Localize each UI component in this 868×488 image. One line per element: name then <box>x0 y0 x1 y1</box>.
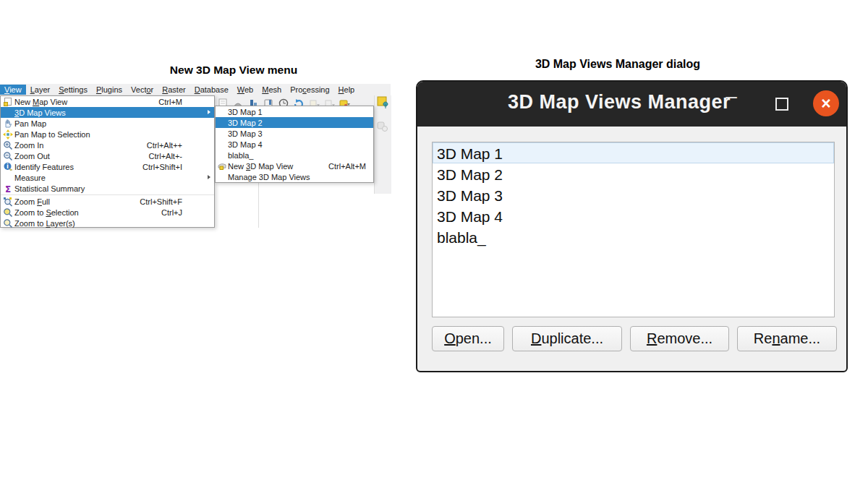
rename-button[interactable]: Rename... <box>737 326 837 351</box>
menubar-item-mesh[interactable]: Mesh <box>258 85 286 95</box>
menu-item-shortcut: Ctrl+M <box>158 98 208 106</box>
remove-button[interactable]: Remove... <box>630 326 729 351</box>
new-3d-map-view-icon <box>216 161 228 171</box>
menubar-item-settings[interactable]: Settings <box>54 85 92 95</box>
zoom-in-icon <box>1 140 14 150</box>
svg-text:i: i <box>7 163 9 170</box>
list-item[interactable]: 3D Map 1 <box>433 142 834 163</box>
minimize-button[interactable]: – <box>720 85 742 108</box>
submenu-item-3d-map-1[interactable]: 3D Map 1 <box>216 106 373 117</box>
submenu-item-3d-map-2[interactable]: 3D Map 2 <box>216 117 373 128</box>
menubar-item-database[interactable]: Database <box>190 85 233 95</box>
menubar-item-plugins[interactable]: Plugins <box>92 85 127 95</box>
identify-features-icon: i <box>1 162 14 172</box>
zoom-to-layers-icon <box>1 218 14 228</box>
menu-item-zoom-in[interactable]: Zoom In Ctrl+Alt++ <box>1 140 214 150</box>
panel-divider <box>258 183 259 228</box>
menubar-item-layer[interactable]: Layer <box>26 85 55 95</box>
open-button[interactable]: Open... <box>432 326 504 351</box>
menu-item-statistical-summary[interactable]: Σ Statistical Summary <box>1 183 214 194</box>
list-item[interactable]: 3D Map 2 <box>433 163 834 184</box>
submenu-arrow-icon <box>208 175 210 179</box>
list-item[interactable]: blabla_ <box>433 226 834 247</box>
new-layer-icon[interactable] <box>376 95 388 107</box>
submenu-item-new-3d-map-view[interactable]: New 3D Map View Ctrl+Alt+M <box>216 160 373 171</box>
3d-map-views-submenu: 3D Map 1 3D Map 2 3D Map 3 3D Map 4 blab… <box>215 106 374 183</box>
menubar-item-web[interactable]: Web <box>233 85 258 95</box>
right-toolbar-strip <box>374 95 391 194</box>
dialog-button-row: Open... Duplicate... Remove... Rename... <box>432 326 837 351</box>
dialog-title: 3D Map Views Manager <box>417 91 821 114</box>
menubar-item-vector[interactable]: Vector <box>127 85 158 95</box>
left-caption: New 3D Map View menu <box>89 64 378 77</box>
menu-item-label: New Map View <box>14 98 67 106</box>
menubar-item-raster[interactable]: Raster <box>158 85 190 95</box>
menubar: View Layer Settings Plugins Vector Raste… <box>0 84 391 95</box>
list-item[interactable]: 3D Map 3 <box>433 184 834 205</box>
duplicate-layer-icon[interactable] <box>376 120 388 132</box>
close-icon: × <box>821 95 830 112</box>
3d-map-views-manager-dialog: 3D Map Views Manager – × 3D Map 1 3D Map… <box>416 80 848 372</box>
menu-item-zoom-full[interactable]: Zoom Full Ctrl+Shift+F <box>1 196 214 207</box>
list-item[interactable]: 3D Map 4 <box>433 205 834 226</box>
pan-to-selection-icon <box>1 129 14 140</box>
duplicate-button[interactable]: Duplicate... <box>512 326 622 351</box>
close-button[interactable]: × <box>813 90 839 116</box>
menu-item-label: 3D Map Views <box>14 108 66 117</box>
menu-item-measure[interactable]: Measure <box>1 172 214 183</box>
submenu-arrow-icon <box>208 110 210 114</box>
menu-item-new-map-view[interactable]: New Map View Ctrl+M <box>1 96 214 107</box>
menu-item-3d-map-views[interactable]: 3D Map Views <box>1 107 214 118</box>
map-views-list[interactable]: 3D Map 1 3D Map 2 3D Map 3 3D Map 4 blab… <box>432 142 835 317</box>
pan-hand-icon <box>1 119 14 129</box>
menu-item-pan-map-to-selection[interactable]: Pan Map to Selection <box>1 129 214 140</box>
maximize-button[interactable] <box>775 98 788 111</box>
svg-text:Σ: Σ <box>4 184 10 194</box>
menu-item-zoom-to-selection[interactable]: Zoom to Selection Ctrl+J <box>1 207 214 218</box>
menu-item-identify-features[interactable]: i Identify Features Ctrl+Shift+I <box>1 161 214 172</box>
menu-item-pan-map[interactable]: Pan Map <box>1 118 214 129</box>
qgis-window-fragment: View Layer Settings Plugins Vector Raste… <box>0 84 391 228</box>
right-caption: 3D Map Views Manager dialog <box>473 58 762 71</box>
zoom-full-icon <box>1 197 14 207</box>
screenshot: New 3D Map View menu 3D Map Views Manage… <box>0 0 868 488</box>
zoom-to-selection-icon <box>1 207 14 218</box>
zoom-out-icon <box>1 151 14 161</box>
submenu-item-blabla[interactable]: blabla_ <box>216 150 373 160</box>
menu-item-zoom-to-layers[interactable]: Zoom to Layer(s) <box>1 218 214 228</box>
dialog-titlebar[interactable]: 3D Map Views Manager – × <box>417 82 846 127</box>
new-map-view-icon <box>1 97 14 107</box>
menubar-item-processing[interactable]: Processing <box>286 85 333 95</box>
view-menu: New Map View Ctrl+M 3D Map Views Pan Map… <box>0 95 215 228</box>
menubar-item-view[interactable]: View <box>0 85 26 95</box>
menubar-item-help[interactable]: Help <box>334 85 359 95</box>
submenu-item-3d-map-4[interactable]: 3D Map 4 <box>216 139 373 150</box>
menu-item-zoom-out[interactable]: Zoom Out Ctrl+Alt+- <box>1 150 214 161</box>
submenu-item-manage-3d-map-views[interactable]: Manage 3D Map Views <box>216 171 373 182</box>
submenu-item-3d-map-3[interactable]: 3D Map 3 <box>216 128 373 139</box>
sigma-icon: Σ <box>1 184 14 194</box>
